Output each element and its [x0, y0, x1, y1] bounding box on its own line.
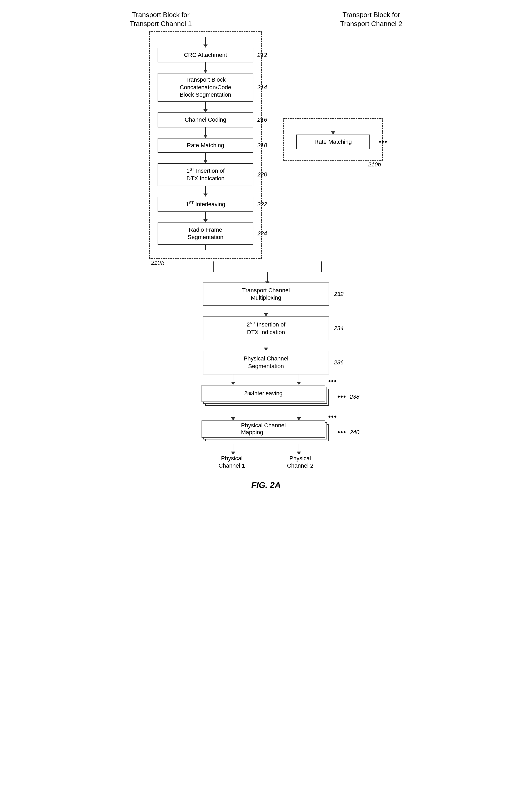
dtx2-block-row: 2ND Insertion ofDTX Indication 234 [203, 316, 329, 341]
crc-block: CRC Attachment [158, 48, 253, 63]
box-label-left: 210a [151, 259, 164, 266]
tcm-block: Transport ChannelMultiplexing [203, 282, 329, 306]
arrow-b2 [264, 340, 268, 351]
pcm-dots: ••• [338, 428, 346, 436]
bottom-section: Transport ChannelMultiplexing 232 2ND In… [56, 282, 476, 470]
arrow-ch2-in [331, 124, 335, 134]
channel1-label: Transport Block forTransport Channel 1 [121, 11, 200, 29]
concat-number: 214 [257, 84, 267, 91]
rate-matching-left-number: 218 [257, 142, 267, 149]
right-box-dots: ••• [379, 138, 387, 146]
pcm-stack: Physical ChannelMapping [202, 420, 330, 444]
rate-matching-left-block: Rate Matching [158, 138, 253, 153]
crc-block-row: CRC Attachment 212 [158, 48, 253, 63]
interleave2-number: 238 [350, 394, 359, 400]
output-arrows [200, 444, 332, 455]
pcm-number: 240 [350, 429, 359, 436]
arrow-3 [203, 127, 208, 138]
output-labels: PhysicalChannel 1 PhysicalChannel 2 [197, 455, 335, 470]
rfs-block-row: Radio FrameSegmentation 224 [158, 222, 253, 245]
interleave2-row: 2ND Interleaving ••• 238 [202, 385, 330, 408]
dashed-box-right: Rate Matching ••• [283, 118, 383, 161]
concat-block-row: Transport BlockConcatenaton/CodeBlock Se… [158, 73, 253, 102]
rfs-number: 224 [257, 230, 267, 237]
output-ch1-label: PhysicalChannel 1 [218, 455, 245, 470]
split-arrows: ••• [200, 375, 332, 385]
fig-caption: FIG. 2A [251, 480, 281, 490]
diagram-container: Transport Block forTransport Channel 1 T… [56, 11, 476, 490]
interleave1-block: 1ST Interleaving [158, 197, 253, 212]
dtx1-block-row: 1ST Insertion ofDTX Indication 220 [158, 163, 253, 186]
top-labels-row: Transport Block forTransport Channel 1 T… [56, 11, 476, 29]
dashed-box-left: CRC Attachment 212 Transport BlockConcat… [149, 31, 262, 259]
split-dots: ••• [328, 377, 337, 385]
pcs-number: 236 [334, 359, 344, 366]
arrow-1 [203, 62, 208, 73]
pcm-block: Physical ChannelMapping [202, 420, 325, 438]
arrow-crc-in [203, 37, 208, 48]
concat-block: Transport BlockConcatenaton/CodeBlock Se… [158, 73, 253, 102]
interleave2-dots: ••• [338, 393, 346, 401]
channel2-label: Transport Block forTransport Channel 2 [332, 11, 411, 29]
crc-number: 212 [257, 52, 267, 58]
dtx2-block: 2ND Insertion ofDTX Indication [203, 316, 329, 341]
interleave1-number: 222 [257, 201, 267, 208]
merge-connector [174, 261, 358, 282]
coding-block: Channel Coding [158, 112, 253, 127]
coding-block-row: Channel Coding 216 [158, 112, 253, 127]
interleave1-block-row: 1ST Interleaving 222 [158, 197, 253, 212]
rfs-block: Radio FrameSegmentation [158, 222, 253, 245]
dtx1-block: 1ST Insertion ofDTX Indication [158, 163, 253, 186]
rate-matching-left-row: Rate Matching 218 [158, 138, 253, 153]
arrow-5 [203, 186, 208, 197]
pcs-block: Physical ChannelSegmentation [203, 351, 329, 374]
pcm-row: Physical ChannelMapping ••• 240 [202, 420, 330, 444]
dtx2-number: 234 [334, 325, 344, 332]
box-label-right: 210b [368, 161, 381, 168]
dtx1-number: 220 [257, 171, 267, 178]
tcm-block-row: Transport ChannelMultiplexing 232 [203, 282, 329, 306]
arrow-2 [203, 102, 208, 112]
arrows-b3: ••• [200, 410, 332, 420]
tcm-number: 232 [334, 291, 344, 297]
arrow-4 [203, 153, 208, 163]
interleave2-block: 2ND Interleaving [202, 385, 325, 402]
arrow-7 [205, 245, 206, 250]
pcs-block-row: Physical ChannelSegmentation 236 [203, 351, 329, 374]
arrows-b3-dots: ••• [328, 413, 337, 421]
output-ch2-label: PhysicalChannel 2 [287, 455, 314, 470]
rate-matching-right-row: Rate Matching ••• [292, 134, 374, 149]
arrow-6 [203, 212, 208, 222]
coding-number: 216 [257, 116, 267, 123]
rate-matching-right-block: Rate Matching [296, 134, 370, 149]
arrow-b1 [264, 306, 268, 316]
interleave2-stack: 2ND Interleaving [202, 385, 330, 408]
